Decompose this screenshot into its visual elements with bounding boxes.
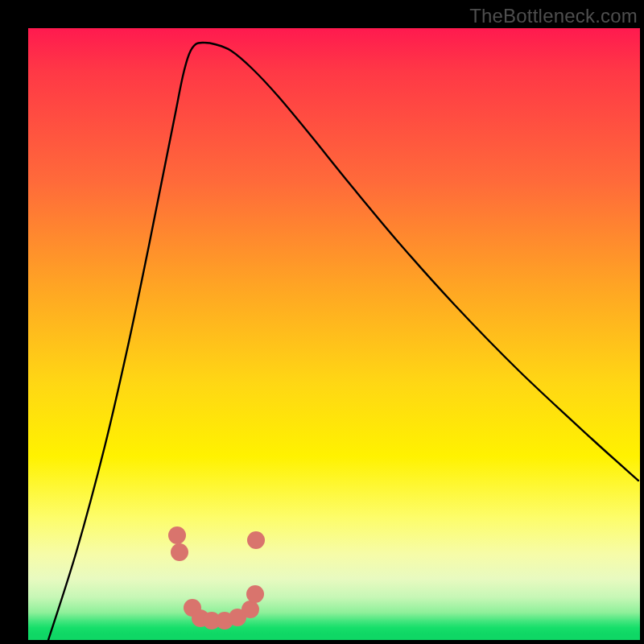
plot-area bbox=[28, 28, 640, 640]
watermark-text: TheBottleneck.com bbox=[469, 5, 638, 27]
bottleneck-curve-path bbox=[48, 43, 638, 640]
highlight-dot-group bbox=[168, 526, 265, 630]
highlight-dot bbox=[242, 601, 259, 618]
chart-frame: TheBottleneck.com bbox=[0, 0, 644, 644]
highlight-dot bbox=[247, 531, 265, 549]
curve-layer bbox=[28, 28, 640, 640]
highlight-dot bbox=[168, 526, 186, 544]
highlight-dot bbox=[246, 585, 264, 603]
highlight-dot bbox=[171, 543, 188, 561]
